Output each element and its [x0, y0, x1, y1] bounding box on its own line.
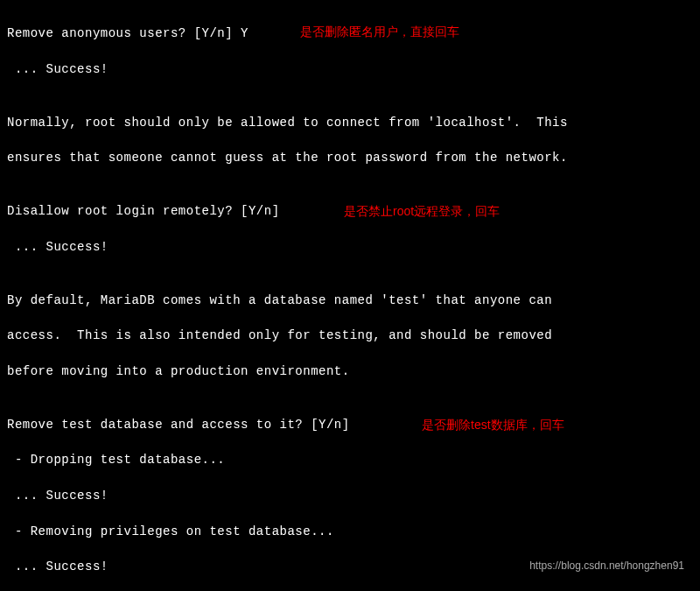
watermark-url: https://blog.csdn.net/hongzhen91	[529, 559, 684, 572]
terminal-line: Normally, root should only be allowed to…	[7, 114, 693, 131]
terminal-output: Remove anonymous users? [Y/n] Y是否删除匿名用户，…	[7, 7, 693, 591]
annotation-root-remote: 是否禁止root远程登录，回车	[344, 202, 500, 220]
prompt-remove-testdb: Remove test database and access to it? […	[7, 416, 693, 433]
annotation-anonymous: 是否删除匿名用户，直接回车	[300, 23, 459, 40]
terminal-line: before moving into a production environm…	[7, 362, 693, 380]
terminal-line: ensures that someone cannot guess at the…	[7, 149, 693, 166]
terminal-line: access. This is also intended only for t…	[7, 327, 693, 344]
terminal-line: ... Success!	[7, 60, 693, 78]
prompt-disallow-root: Disallow root login remotely? [Y/n]是否禁止r…	[7, 202, 693, 220]
terminal-line: ... Success!	[7, 487, 693, 504]
annotation-testdb: 是否删除test数据库，回车	[422, 416, 564, 433]
terminal-line: ... Success!	[7, 238, 693, 256]
prompt-anonymous-users: Remove anonymous users? [Y/n] Y是否删除匿名用户，…	[7, 25, 693, 42]
terminal-line: - Removing privileges on test database..…	[7, 523, 693, 540]
terminal-line: By default, MariaDB comes with a databas…	[7, 292, 693, 309]
terminal-line: - Dropping test database...	[7, 451, 693, 468]
